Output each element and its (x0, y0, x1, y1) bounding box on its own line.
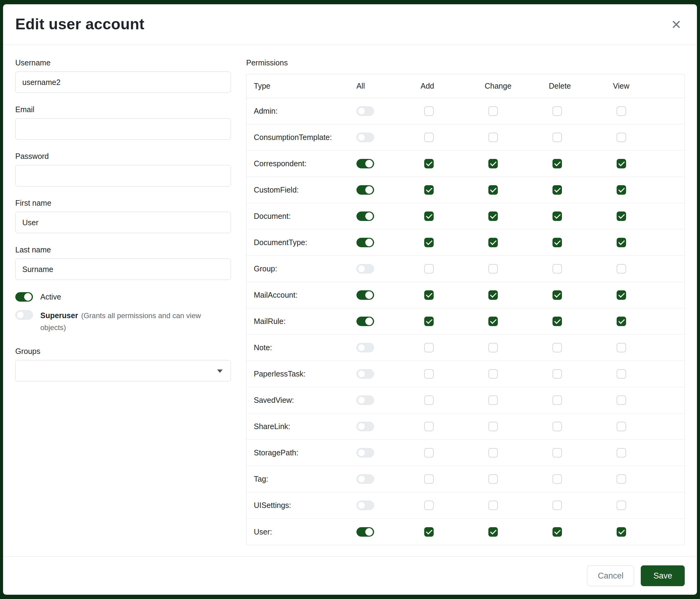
permission-add-checkbox[interactable] (424, 422, 434, 431)
permission-change-checkbox[interactable] (489, 527, 498, 537)
permission-change-checkbox[interactable] (489, 238, 498, 247)
permission-add-checkbox[interactable] (424, 369, 434, 379)
cancel-button[interactable]: Cancel (587, 566, 634, 586)
permission-delete-checkbox[interactable] (552, 159, 562, 168)
permission-add-checkbox[interactable] (424, 159, 434, 168)
permission-change-checkbox[interactable] (489, 106, 498, 116)
permission-all-toggle[interactable] (356, 185, 374, 195)
permission-view-checkbox[interactable] (617, 369, 626, 379)
permission-all-toggle[interactable] (356, 159, 374, 168)
permission-all-toggle[interactable] (356, 238, 374, 247)
permission-add-checkbox[interactable] (424, 317, 434, 326)
permission-add-checkbox[interactable] (424, 133, 434, 142)
permission-view-checkbox[interactable] (617, 317, 626, 326)
permission-change-checkbox[interactable] (489, 185, 498, 195)
permission-all-toggle[interactable] (356, 212, 374, 221)
permission-delete-checkbox[interactable] (552, 343, 562, 352)
permission-all-toggle[interactable] (356, 501, 374, 510)
permission-all-toggle[interactable] (356, 264, 374, 273)
permission-add-checkbox[interactable] (424, 448, 434, 457)
permission-all-toggle[interactable] (356, 527, 374, 537)
permission-delete-checkbox[interactable] (552, 238, 562, 247)
permission-add-checkbox[interactable] (424, 343, 434, 352)
modal-title: Edit user account (15, 15, 145, 33)
permission-delete-checkbox[interactable] (552, 501, 562, 510)
first-name-field[interactable] (15, 212, 231, 233)
permission-view-checkbox[interactable] (617, 264, 626, 273)
permission-change-checkbox[interactable] (489, 474, 498, 484)
table-row: User: (247, 519, 684, 545)
permission-add-checkbox[interactable] (424, 264, 434, 273)
permission-change-checkbox[interactable] (489, 422, 498, 431)
email-field[interactable] (15, 118, 231, 140)
permission-view-checkbox[interactable] (617, 185, 626, 195)
permission-add-checkbox[interactable] (424, 212, 434, 221)
permission-view-checkbox[interactable] (617, 527, 626, 537)
permission-view-checkbox[interactable] (617, 290, 626, 300)
permission-delete-checkbox[interactable] (552, 290, 562, 300)
permission-all-toggle[interactable] (356, 343, 374, 352)
permission-add-checkbox[interactable] (424, 501, 434, 510)
active-toggle[interactable] (15, 292, 33, 302)
permission-delete-checkbox[interactable] (552, 185, 562, 195)
permission-all-toggle[interactable] (356, 474, 374, 484)
permission-change-checkbox[interactable] (489, 212, 498, 221)
permission-view-checkbox[interactable] (617, 448, 626, 457)
permission-all-toggle[interactable] (356, 290, 374, 300)
superuser-toggle[interactable] (15, 310, 33, 320)
permission-delete-checkbox[interactable] (552, 474, 562, 484)
permission-delete-checkbox[interactable] (552, 448, 562, 457)
permission-delete-checkbox[interactable] (552, 396, 562, 405)
permission-view-checkbox[interactable] (617, 106, 626, 116)
permission-all-toggle[interactable] (356, 317, 374, 326)
permission-all-toggle[interactable] (356, 369, 374, 379)
permission-all-toggle[interactable] (356, 448, 374, 457)
permission-view-checkbox[interactable] (617, 238, 626, 247)
permission-all-toggle[interactable] (356, 422, 374, 431)
close-icon[interactable]: × (669, 15, 683, 33)
permission-view-checkbox[interactable] (617, 396, 626, 405)
first-name-label: First name (15, 199, 231, 208)
permission-delete-checkbox[interactable] (552, 264, 562, 273)
permission-view-checkbox[interactable] (617, 343, 626, 352)
permission-change-checkbox[interactable] (489, 290, 498, 300)
permission-view-checkbox[interactable] (617, 133, 626, 142)
permission-add-checkbox[interactable] (424, 396, 434, 405)
permission-change-checkbox[interactable] (489, 501, 498, 510)
permission-change-checkbox[interactable] (489, 159, 498, 168)
permission-add-checkbox[interactable] (424, 106, 434, 116)
permission-change-checkbox[interactable] (489, 133, 498, 142)
permission-delete-checkbox[interactable] (552, 422, 562, 431)
permission-delete-checkbox[interactable] (552, 369, 562, 379)
permission-all-toggle[interactable] (356, 396, 374, 405)
permission-add-checkbox[interactable] (424, 527, 434, 537)
permission-change-checkbox[interactable] (489, 448, 498, 457)
permission-view-checkbox[interactable] (617, 212, 626, 221)
permission-view-checkbox[interactable] (617, 474, 626, 484)
last-name-field[interactable] (15, 259, 231, 280)
permission-change-checkbox[interactable] (489, 264, 498, 273)
groups-select[interactable] (15, 360, 231, 381)
password-field[interactable] (15, 165, 231, 186)
username-input[interactable] (15, 72, 231, 93)
permission-view-checkbox[interactable] (617, 422, 626, 431)
permission-change-checkbox[interactable] (489, 369, 498, 379)
save-button[interactable]: Save (641, 566, 685, 586)
permission-view-checkbox[interactable] (617, 501, 626, 510)
permission-all-toggle[interactable] (356, 106, 374, 116)
permission-delete-checkbox[interactable] (552, 133, 562, 142)
permission-add-checkbox[interactable] (424, 185, 434, 195)
permission-add-checkbox[interactable] (424, 290, 434, 300)
permission-change-checkbox[interactable] (489, 343, 498, 352)
permission-delete-checkbox[interactable] (552, 212, 562, 221)
permission-view-checkbox[interactable] (617, 159, 626, 168)
permission-delete-checkbox[interactable] (552, 106, 562, 116)
permission-change-checkbox[interactable] (489, 317, 498, 326)
permission-delete-checkbox[interactable] (552, 317, 562, 326)
permission-delete-checkbox[interactable] (552, 527, 562, 537)
permission-add-checkbox[interactable] (424, 474, 434, 484)
permission-add-checkbox[interactable] (424, 238, 434, 247)
password-field-group: Password (15, 152, 231, 186)
permission-change-checkbox[interactable] (489, 396, 498, 405)
permission-all-toggle[interactable] (356, 133, 374, 142)
